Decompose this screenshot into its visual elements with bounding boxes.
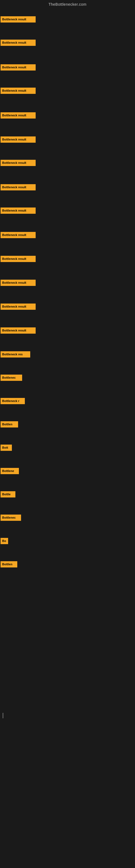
bottleneck-bar[interactable]: Bottlenec [1, 515, 21, 521]
bottleneck-bar[interactable]: Bottle [1, 491, 15, 497]
bottleneck-bar[interactable]: Bottlen [1, 421, 18, 428]
bottleneck-row: Bottleneck result [0, 111, 36, 121]
bottleneck-row: Bottleneck res [0, 350, 31, 360]
bottleneck-row: Bottlen [0, 420, 18, 430]
bottleneck-bar[interactable]: Bottlene [1, 468, 19, 474]
bottleneck-bar[interactable]: Bottleneck result [1, 232, 36, 238]
bottleneck-row: Bottleneck result [0, 278, 36, 288]
bottleneck-row: Bottlenec [0, 513, 21, 523]
bottleneck-bar[interactable]: Bottleneck result [1, 136, 36, 143]
bottleneck-bar[interactable]: Bottleneck result [1, 88, 36, 94]
bottleneck-row: Bottlenec [0, 373, 23, 383]
bottleneck-row: Bottleneck result [0, 135, 36, 145]
bottleneck-row: Bottleneck result [0, 15, 36, 25]
bottleneck-bar[interactable]: Bottleneck result [1, 328, 36, 334]
bottleneck-bar[interactable]: Bottlen [1, 561, 17, 567]
bottleneck-row: Bottle [0, 490, 16, 500]
bottleneck-row: Bottleneck r [0, 397, 26, 407]
bottleneck-row: Bottleneck result [0, 326, 36, 336]
bottleneck-bar[interactable]: Bottleneck result [1, 64, 36, 70]
bottleneck-row: Bottleneck result [0, 158, 36, 168]
site-title: TheBottlenecker.com [0, 0, 135, 8]
bottleneck-row: Bottleneck result [0, 302, 36, 312]
bottleneck-bar[interactable]: Bottleneck result [1, 40, 36, 46]
bottleneck-bar[interactable]: Bottleneck result [1, 208, 36, 214]
bottleneck-row: Bottleneck result [0, 206, 36, 216]
bottleneck-row: Bottleneck result [0, 254, 36, 265]
bottleneck-row: Bottleneck result [0, 183, 36, 193]
bottleneck-bar[interactable]: Bottleneck res [1, 351, 30, 358]
bottleneck-row: Bottlene [0, 467, 19, 476]
bottleneck-row: Bottleneck result [0, 86, 36, 96]
bottleneck-bar[interactable]: Bottlenec [1, 375, 22, 381]
bottleneck-row: Bo [0, 536, 9, 547]
bottleneck-bar[interactable]: Bottleneck result [1, 184, 36, 190]
bottleneck-row: Bottleneck result [0, 230, 36, 241]
bottleneck-row: Bott [0, 443, 12, 453]
bottleneck-bar[interactable]: Bottleneck result [1, 112, 36, 119]
bottom-section [0, 659, 135, 868]
bottleneck-bar[interactable]: Bottleneck result [1, 160, 36, 166]
bottleneck-bar[interactable]: Bottleneck result [1, 16, 36, 23]
cursor-line [3, 713, 3, 718]
bottleneck-bar[interactable]: Bo [1, 538, 8, 544]
bottleneck-row: Bottlen [0, 560, 18, 570]
bottleneck-bar[interactable]: Bottleneck result [1, 304, 36, 310]
bottleneck-row: Bottleneck result [0, 63, 36, 73]
bottleneck-bar[interactable]: Bottleneck r [1, 398, 25, 404]
bottleneck-bar[interactable]: Bottleneck result [1, 256, 36, 262]
bottleneck-bar[interactable]: Bottleneck result [1, 280, 36, 286]
bottleneck-bar[interactable]: Bott [1, 444, 12, 451]
bottleneck-row: Bottleneck result [0, 38, 36, 48]
